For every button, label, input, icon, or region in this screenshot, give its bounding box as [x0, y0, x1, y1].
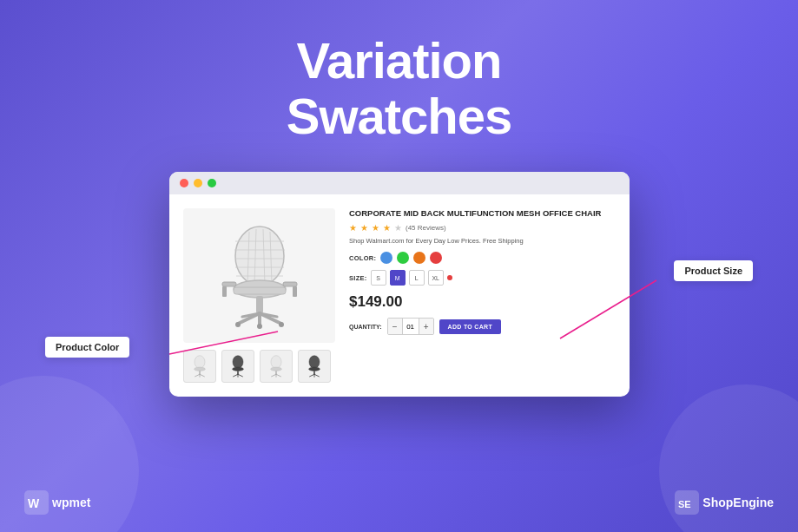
svg-point-0 [235, 227, 284, 286]
svg-line-46 [310, 374, 314, 377]
browser-dot-maximize[interactable] [208, 179, 216, 187]
callout-product-size: Product Size [674, 260, 753, 281]
star-4: ★ [383, 223, 391, 233]
star-2: ★ [360, 223, 368, 233]
svg-line-28 [195, 374, 200, 377]
svg-point-22 [235, 322, 241, 327]
svg-rect-33 [237, 371, 239, 374]
color-swatch-green[interactable] [397, 252, 409, 264]
browser-window: CORPORATE MID BACK MULTIFUNCTION MESH OF… [169, 172, 630, 397]
wpmet-logo: W wpmet [24, 490, 90, 515]
svg-point-37 [271, 356, 281, 369]
thumbnail-2[interactable] [221, 350, 254, 383]
svg-rect-16 [256, 296, 263, 313]
size-l[interactable]: L [409, 270, 425, 286]
svg-point-31 [233, 356, 243, 369]
svg-point-24 [257, 324, 262, 329]
svg-text:W: W [28, 496, 40, 510]
svg-line-34 [234, 374, 238, 377]
quantity-value: 01 [402, 319, 419, 334]
quantity-label: QUANTITY: [349, 324, 382, 330]
browser-content: CORPORATE MID BACK MULTIFUNCTION MESH OF… [169, 194, 630, 397]
size-s[interactable]: S [371, 270, 386, 286]
wpmet-icon: W [24, 490, 49, 515]
color-swatch-blue[interactable] [380, 252, 392, 264]
size-xl[interactable]: XL [428, 270, 444, 286]
svg-point-44 [309, 367, 320, 371]
shopengine-icon: SE [675, 490, 699, 515]
svg-rect-12 [222, 282, 236, 286]
product-title: CORPORATE MID BACK MULTIFUNCTION MESH OF… [349, 208, 616, 219]
quantity-controls: − 01 + [387, 318, 434, 335]
color-swatch-orange[interactable] [413, 252, 425, 264]
star-3: ★ [372, 223, 379, 233]
browser-bar [169, 172, 630, 194]
svg-line-41 [276, 374, 280, 377]
product-images-column [183, 208, 335, 383]
svg-rect-39 [275, 371, 277, 374]
color-label: COLOR: [349, 254, 376, 262]
browser-dot-close[interactable] [180, 179, 188, 187]
svg-rect-14 [283, 282, 297, 286]
stars-row: ★ ★ ★ ★ ★ (45 Reviews) [349, 223, 616, 233]
thumbnail-3[interactable] [260, 350, 293, 383]
size-m[interactable]: M [390, 270, 406, 286]
action-row: QUANTITY: − 01 + ADD TO CART [349, 318, 616, 335]
product-price: $149.00 [349, 293, 616, 311]
svg-point-25 [195, 356, 205, 369]
wpmet-label: wpmet [52, 496, 90, 509]
size-swatches-row: SIZE: S M L XL [349, 270, 616, 286]
quantity-increase[interactable]: + [419, 319, 433, 334]
color-swatches-row: COLOR: [349, 252, 616, 264]
thumbnail-4[interactable] [298, 350, 331, 383]
svg-line-47 [314, 374, 319, 377]
reviews-count: (45 Reviews) [406, 224, 446, 232]
quantity-decrease[interactable]: − [388, 319, 402, 334]
callout-product-color: Product Color [45, 337, 129, 358]
chair-illustration [203, 220, 316, 332]
svg-line-29 [200, 374, 204, 377]
svg-rect-45 [313, 371, 315, 374]
size-required-indicator [447, 275, 452, 280]
svg-point-43 [309, 356, 320, 369]
svg-rect-11 [234, 287, 286, 294]
shopengine-logo: SE ShopEngine [675, 490, 774, 515]
svg-rect-27 [199, 371, 201, 374]
main-product-image [183, 208, 335, 343]
svg-line-35 [238, 374, 242, 377]
star-1: ★ [349, 223, 357, 233]
svg-point-32 [233, 367, 244, 371]
svg-rect-13 [222, 286, 227, 297]
browser-dot-minimize[interactable] [194, 179, 202, 187]
shopengine-label: ShopEngine [702, 496, 774, 509]
size-label: SIZE: [349, 274, 367, 282]
shop-description: Shop Walmart.com for Every Day Low Price… [349, 237, 616, 245]
hero-title: Variation Swatches [0, 33, 798, 144]
svg-rect-15 [293, 286, 297, 297]
thumbnail-row [183, 350, 335, 383]
add-to-cart-button[interactable]: ADD TO CART [439, 319, 501, 334]
svg-point-38 [271, 367, 282, 371]
color-swatch-red[interactable] [430, 252, 442, 264]
star-5: ★ [394, 223, 402, 233]
svg-point-23 [279, 322, 284, 327]
svg-point-26 [195, 367, 206, 371]
svg-line-40 [272, 374, 276, 377]
thumbnail-1[interactable] [183, 350, 216, 383]
svg-text:SE: SE [678, 499, 691, 509]
product-info-column: CORPORATE MID BACK MULTIFUNCTION MESH OF… [349, 208, 616, 383]
